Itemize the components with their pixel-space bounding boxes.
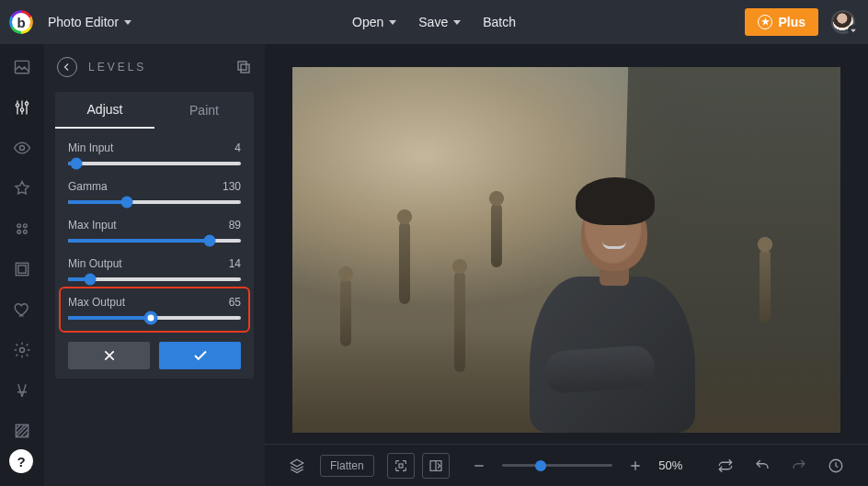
cancel-button[interactable]	[68, 342, 150, 369]
zoom-slider[interactable]	[502, 464, 612, 467]
slider-thumb[interactable]	[120, 197, 132, 209]
plus-icon	[628, 458, 643, 473]
mode-dropdown[interactable]: Photo Editor	[42, 11, 137, 33]
slider-min-output: Min Output14	[68, 252, 241, 288]
zoom-controls: 50%	[465, 453, 695, 479]
slider-thumb[interactable]	[85, 274, 97, 286]
compare-icon[interactable]	[422, 453, 450, 479]
slider-value: 130	[223, 180, 241, 193]
batch-label: Batch	[483, 15, 516, 29]
tab-paint-label: Paint	[189, 103, 219, 118]
tab-adjust[interactable]: Adjust	[55, 92, 154, 129]
account-menu[interactable]	[831, 10, 855, 34]
slider-track[interactable]	[68, 316, 241, 320]
flatten-label: Flatten	[330, 459, 364, 472]
tab-adjust-label: Adjust	[87, 102, 123, 117]
chevron-down-icon	[389, 20, 396, 25]
slider-track[interactable]	[68, 277, 241, 281]
help-button[interactable]: ?	[9, 449, 33, 473]
chevron-down-icon	[453, 20, 461, 25]
loop-icon[interactable]	[712, 453, 739, 479]
chevron-down-icon	[848, 25, 859, 36]
star-tool-icon[interactable]	[12, 178, 32, 198]
batch-button[interactable]: Batch	[483, 15, 516, 29]
svg-rect-0	[16, 61, 29, 73]
svg-point-8	[24, 231, 28, 234]
main: ? LEVELS Adjust Paint Min Input4Gamma130…	[0, 44, 868, 486]
svg-point-6	[24, 224, 28, 228]
settings-tool-icon[interactable]	[12, 340, 32, 360]
zoom-out-button[interactable]	[465, 453, 493, 479]
svg-rect-14	[238, 62, 246, 70]
upgrade-plus-button[interactable]: ★ Plus	[745, 8, 818, 36]
flatten-button[interactable]: Flatten	[320, 455, 374, 477]
tool-rail: ?	[0, 44, 44, 486]
canvas-holder	[265, 44, 868, 444]
chevron-down-icon	[124, 20, 131, 25]
redo-button[interactable]	[785, 453, 813, 479]
svg-rect-13	[241, 64, 249, 73]
apply-button[interactable]	[159, 342, 241, 369]
bottom-right	[712, 453, 850, 479]
bottom-center: 50%	[382, 453, 850, 479]
panel-header: LEVELS	[44, 57, 265, 86]
check-icon	[192, 347, 209, 364]
panel-title: LEVELS	[88, 61, 146, 73]
image-tool-icon[interactable]	[12, 57, 32, 77]
slider-thumb[interactable]	[71, 158, 83, 170]
svg-point-7	[17, 231, 21, 234]
frame-tool-icon[interactable]	[12, 259, 32, 279]
adjust-tool-icon[interactable]	[12, 97, 32, 118]
svg-point-4	[20, 146, 25, 151]
levels-panel: LEVELS Adjust Paint Min Input4Gamma130Ma…	[44, 44, 265, 486]
svg-point-1	[16, 104, 18, 107]
duplicate-icon[interactable]	[235, 59, 252, 75]
open-menu[interactable]: Open	[352, 15, 396, 29]
slider-track[interactable]	[68, 200, 241, 204]
bottom-bar: Flatten	[265, 444, 868, 486]
slider-thumb[interactable]	[144, 311, 158, 325]
history-icon[interactable]	[822, 453, 850, 479]
heart-tool-icon[interactable]	[12, 300, 32, 320]
slider-value: 14	[229, 257, 241, 270]
close-icon	[102, 348, 117, 363]
layers-icon[interactable]	[283, 453, 311, 479]
shapes-tool-icon[interactable]	[12, 219, 32, 239]
help-label: ?	[17, 454, 25, 469]
save-menu[interactable]: Save	[418, 15, 461, 29]
tab-paint[interactable]: Paint	[154, 92, 254, 129]
zoom-slider-thumb[interactable]	[535, 460, 546, 471]
topbar: Photo Editor Open Save Batch ★ Plus	[0, 0, 868, 44]
slider-gamma: Gamma130	[68, 175, 241, 211]
back-button[interactable]	[57, 57, 77, 77]
zoom-in-button[interactable]	[622, 453, 649, 479]
texture-tool-icon[interactable]	[12, 421, 32, 441]
slider-value: 4	[234, 141, 241, 154]
svg-point-2	[20, 108, 23, 111]
visibility-tool-icon[interactable]	[12, 138, 32, 158]
slider-track[interactable]	[68, 239, 241, 243]
topbar-center: Open Save Batch	[352, 15, 516, 29]
svg-point-5	[17, 224, 21, 228]
levels-card: Adjust Paint Min Input4Gamma130Max Input…	[55, 92, 254, 379]
card-actions	[68, 342, 241, 369]
canvas-area: Flatten	[265, 44, 868, 486]
bottom-left: Flatten	[283, 453, 374, 479]
slider-max-output: Max Output65	[63, 290, 246, 329]
zoom-readout: 50%	[658, 458, 695, 472]
sliders-list: Min Input4Gamma130Max Input89Min Output1…	[55, 129, 254, 338]
app-logo[interactable]	[9, 10, 33, 34]
text-tool-icon[interactable]	[12, 380, 32, 401]
slider-thumb[interactable]	[204, 235, 216, 247]
fit-screen-icon[interactable]	[387, 453, 415, 479]
undo-button[interactable]	[748, 453, 776, 479]
svg-point-3	[25, 102, 28, 105]
panel-tabs: Adjust Paint	[55, 92, 254, 129]
slider-label: Min Input	[68, 141, 113, 154]
svg-rect-10	[18, 266, 26, 273]
slider-track[interactable]	[68, 162, 241, 165]
minus-icon	[472, 458, 486, 473]
plus-label: Plus	[778, 15, 805, 29]
star-icon: ★	[758, 15, 772, 29]
photo-canvas[interactable]	[292, 67, 840, 433]
